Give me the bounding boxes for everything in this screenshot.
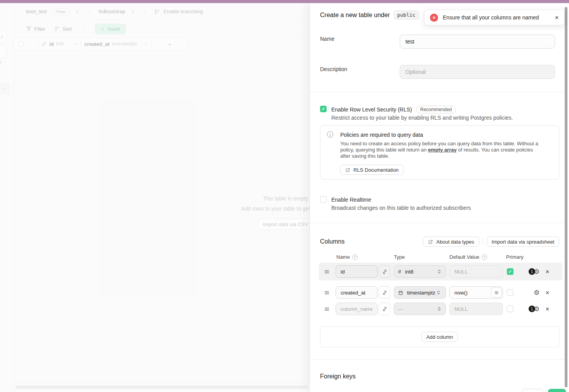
foreign-key-link-icon[interactable] [379, 286, 390, 299]
column-settings-gear-icon[interactable]: ⚙ [534, 289, 539, 296]
column-name-input[interactable] [336, 265, 378, 278]
rls-label: Enable Row Level Security (RLS) [331, 106, 412, 113]
default-value-input[interactable] [449, 303, 503, 315]
about-data-types-button[interactable]: About data types [423, 237, 479, 247]
table-name-input[interactable] [400, 35, 555, 49]
help-icon[interactable]: ? [482, 254, 487, 260]
description-label: Description [320, 66, 347, 72]
rls-description: Restrict access to your table by enablin… [331, 115, 513, 121]
import-spreadsheet-button[interactable]: Import data via spreadsheet [487, 237, 559, 247]
primary-checkbox[interactable] [507, 306, 513, 312]
column-type-select[interactable]: timestamptz [394, 286, 446, 299]
foreign-key-link-icon[interactable] [379, 265, 390, 278]
section-divider [310, 359, 564, 360]
primary-checkbox[interactable]: ✓ [507, 268, 513, 275]
realtime-description: Broadcast changes on this table to autho… [331, 205, 471, 211]
save-button[interactable]: Save [548, 389, 566, 392]
settings-count-badge: 1 [529, 268, 535, 275]
remove-column-icon[interactable]: ✕ [545, 269, 550, 275]
panel-title: Create a new table under public [320, 10, 419, 19]
policies-info-box: i Policies are required to query data Yo… [320, 125, 559, 179]
primary-checkbox[interactable] [507, 289, 513, 296]
table-description-input[interactable] [400, 65, 555, 79]
check-icon: ✓ [322, 106, 325, 112]
chevrons-up-down-icon [437, 269, 442, 274]
column-name-input[interactable] [336, 286, 378, 299]
top-accent-bar [0, 0, 569, 3]
empty-array-link[interactable]: empty array [428, 147, 457, 153]
realtime-checkbox[interactable] [320, 196, 327, 203]
column-row-new: --- 1 ⚙ ✕ [310, 301, 564, 317]
policies-info-title: Policies are required to query data [340, 132, 423, 138]
schema-badge: public [394, 10, 419, 19]
add-column-dropzone: Add column [320, 326, 559, 347]
column-row-id: # int8 ✓ 1 ⚙ ✕ [310, 263, 564, 280]
help-icon[interactable]: ? [352, 254, 358, 260]
page: ⋯ boot_test Free / fixBootstrap / Enable… [0, 0, 569, 392]
default-value-picker-icon[interactable] [491, 287, 502, 298]
vertical-scrollbar[interactable] [565, 7, 567, 387]
check-icon: ✓ [508, 269, 512, 274]
column-header-default: Default Value ? [449, 254, 487, 260]
column-name-input[interactable] [336, 303, 378, 315]
section-divider [310, 223, 564, 223]
column-row-created-at: timestamptz ⚙ ✕ [310, 284, 564, 301]
foreign-key-link-icon[interactable] [379, 303, 390, 315]
drag-handle-icon[interactable] [324, 305, 330, 312]
remove-column-icon[interactable]: ✕ [545, 290, 550, 296]
calendar-icon [398, 290, 403, 295]
foreign-keys-title: Foreign keys [320, 373, 356, 380]
cancel-button[interactable]: Cancel [522, 389, 543, 392]
drag-handle-icon[interactable] [324, 268, 330, 275]
rls-checkbox[interactable]: ✓ [320, 106, 327, 112]
chevrons-up-down-icon [437, 307, 442, 311]
drag-handle-icon[interactable] [324, 289, 330, 296]
policies-info-body: You need to create an access policy befo… [340, 141, 541, 159]
settings-count-badge: 1 [529, 306, 535, 312]
column-header-type: Type [394, 254, 405, 260]
error-icon: ✕ [430, 14, 438, 22]
button-divider [483, 239, 483, 245]
modal-backdrop[interactable] [0, 3, 310, 392]
remove-column-icon[interactable]: ✕ [545, 306, 550, 312]
column-header-primary: Primary [506, 254, 524, 260]
external-link-icon [345, 167, 350, 172]
default-value-input[interactable] [449, 265, 503, 278]
error-toast: ✕ Ensure that all your columns are named… [424, 10, 565, 25]
table-editor-background: ⋯ boot_test Free / fixBootstrap / Enable… [0, 3, 310, 392]
recommended-badge: Recommended [416, 106, 456, 113]
name-label: Name [320, 36, 334, 42]
info-icon: i [327, 131, 333, 138]
add-column-button[interactable]: Add column [421, 332, 458, 342]
create-table-panel: Create a new table under public Name Des… [310, 3, 569, 392]
realtime-label: Enable Realtime [331, 197, 371, 203]
rls-documentation-button[interactable]: RLS Documentation [340, 165, 404, 175]
toast-close-icon[interactable]: ✕ [555, 15, 559, 21]
toast-message: Ensure that all your columns are named [443, 14, 539, 21]
columns-section-title: Columns [320, 238, 345, 245]
chevrons-up-down-icon [436, 290, 441, 295]
hash-icon: # [398, 268, 401, 275]
column-type-select[interactable]: # int8 [394, 265, 446, 278]
section-divider [310, 92, 564, 92]
column-header-name: Name ? [336, 254, 358, 260]
external-link-icon [428, 239, 433, 244]
column-type-select[interactable]: --- [394, 303, 446, 315]
